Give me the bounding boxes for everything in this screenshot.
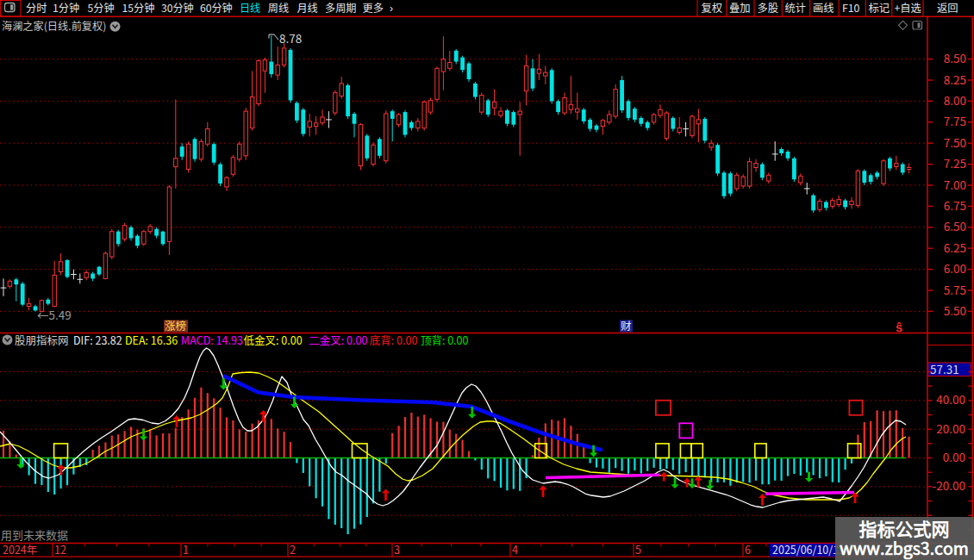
svg-text:2: 2 xyxy=(290,541,296,557)
svg-text:60分钟: 60分钟 xyxy=(200,0,233,16)
svg-text:5.50: 5.50 xyxy=(944,302,966,319)
svg-text:DEA: 16.36: DEA: 16.36 xyxy=(125,332,178,348)
svg-text:4: 4 xyxy=(512,541,518,557)
svg-text:海澜之家(日线.前复权): 海澜之家(日线.前复权) xyxy=(2,18,106,34)
svg-text:5分钟: 5分钟 xyxy=(88,0,115,16)
svg-text:2024年: 2024年 xyxy=(3,541,37,557)
svg-text:周线: 周线 xyxy=(268,0,289,16)
svg-text:更多: 更多 xyxy=(363,0,384,16)
svg-text:底背: 0.00: 底背: 0.00 xyxy=(370,332,418,348)
svg-text:日线: 日线 xyxy=(240,0,260,16)
svg-text:5: 5 xyxy=(635,541,641,557)
svg-text:20.00: 20.00 xyxy=(936,420,965,437)
svg-text:-20.00: -20.00 xyxy=(933,476,965,494)
svg-text:15分钟: 15分钟 xyxy=(122,0,155,16)
svg-text:7.50: 7.50 xyxy=(944,134,966,151)
svg-text:2025/06/10/二: 2025/06/10/二 xyxy=(772,541,844,557)
svg-text:财: 财 xyxy=(621,317,632,333)
svg-text:多股: 多股 xyxy=(758,0,779,16)
svg-text:8.50: 8.50 xyxy=(944,49,966,66)
svg-text:8.78: 8.78 xyxy=(279,29,302,47)
svg-text:复权: 复权 xyxy=(702,0,723,16)
svg-text:月线: 月线 xyxy=(297,0,317,16)
svg-text:标记: 标记 xyxy=(869,0,890,16)
svg-text:www.zbgs3.com: www.zbgs3.com xyxy=(840,535,969,560)
svg-text:返回: 返回 xyxy=(937,0,958,16)
svg-text:7.25: 7.25 xyxy=(944,154,966,171)
svg-text:5.75: 5.75 xyxy=(944,281,966,298)
svg-text:MACD: 14.93: MACD: 14.93 xyxy=(181,332,243,348)
svg-text:6.00: 6.00 xyxy=(944,259,966,277)
svg-text:3: 3 xyxy=(394,541,400,557)
svg-text:7.75: 7.75 xyxy=(944,112,966,129)
svg-text:6.50: 6.50 xyxy=(944,217,966,234)
svg-text:7.00: 7.00 xyxy=(944,176,966,193)
svg-text:股朋指标网: 股朋指标网 xyxy=(15,332,69,348)
svg-text:40.00: 40.00 xyxy=(936,390,965,408)
svg-text:1分钟: 1分钟 xyxy=(53,0,79,16)
svg-text:+自选: +自选 xyxy=(895,0,921,16)
svg-text:8.25: 8.25 xyxy=(944,71,966,88)
svg-text:顶背: 0.00: 顶背: 0.00 xyxy=(421,332,469,348)
svg-text:F10: F10 xyxy=(842,0,860,16)
svg-text:DIF: 23.82: DIF: 23.82 xyxy=(73,332,122,348)
svg-text:›: › xyxy=(390,0,393,16)
svg-text:0.00: 0.00 xyxy=(943,448,965,465)
svg-text:二金叉: 0.00: 二金叉: 0.00 xyxy=(309,332,367,348)
svg-text:统计: 统计 xyxy=(785,0,807,16)
svg-text:←5.49: ←5.49 xyxy=(37,306,72,323)
svg-text:57.31: 57.31 xyxy=(930,360,959,377)
svg-text:分时: 分时 xyxy=(26,0,47,16)
svg-text:低金叉: 0.00: 低金叉: 0.00 xyxy=(244,332,303,348)
svg-text:画线: 画线 xyxy=(813,0,834,16)
svg-text:叠加: 叠加 xyxy=(729,0,751,16)
svg-text:多周期: 多周期 xyxy=(325,0,357,16)
svg-text:6: 6 xyxy=(745,541,751,557)
svg-text:8.00: 8.00 xyxy=(944,91,966,109)
svg-text:1: 1 xyxy=(183,541,189,557)
svg-text:30分钟: 30分钟 xyxy=(161,0,194,16)
svg-text:6.75: 6.75 xyxy=(944,196,966,214)
svg-text:6.25: 6.25 xyxy=(944,239,966,256)
svg-text:12: 12 xyxy=(54,541,66,557)
